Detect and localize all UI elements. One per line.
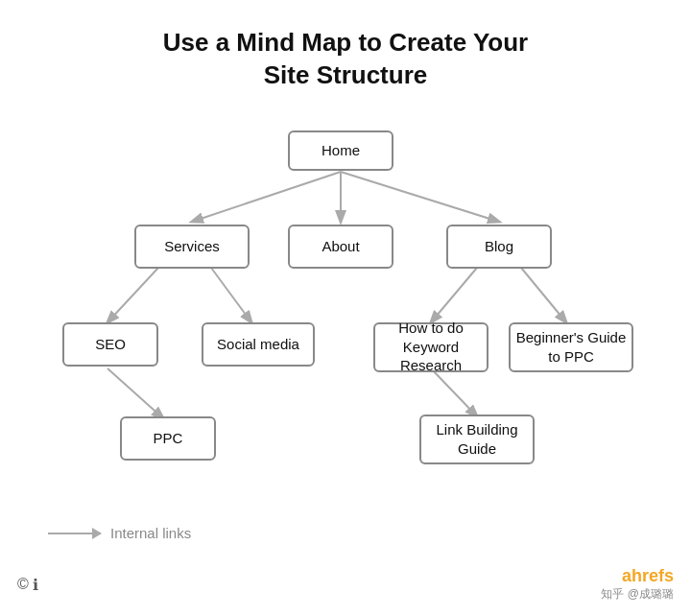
node-seo: SEO — [62, 322, 158, 367]
node-services: Services — [134, 225, 250, 269]
node-link-building: Link Building Guide — [419, 415, 535, 464]
mindmap: Home Services About Blog SEO Social medi… — [0, 111, 691, 553]
footer-icons: © ℹ — [17, 576, 38, 594]
zhihu-watermark: 知乎 @成璐璐 — [601, 586, 674, 603]
page-title: Use a Mind Map to Create YourSite Struct… — [0, 0, 691, 102]
node-blog: Blog — [446, 225, 552, 269]
svg-line-5 — [211, 268, 251, 322]
ahrefs-logo: ahrefs — [601, 566, 674, 586]
svg-line-1 — [192, 172, 341, 222]
node-keyword-research: How to do Keyword Research — [373, 322, 488, 372]
svg-line-8 — [521, 268, 566, 322]
node-ppc-guide: Beginner's Guide to PPC — [509, 322, 633, 372]
svg-line-9 — [431, 368, 477, 416]
svg-line-4 — [107, 268, 158, 322]
info-icon: ℹ — [33, 576, 38, 594]
legend-label: Internal links — [110, 525, 191, 541]
copyright-icon: © — [17, 576, 29, 593]
svg-line-7 — [431, 268, 477, 322]
page-container: Use a Mind Map to Create YourSite Struct… — [0, 0, 691, 616]
node-home: Home — [288, 130, 393, 171]
node-about: About — [288, 225, 393, 269]
legend: Internal links — [48, 525, 191, 541]
legend-arrow — [48, 533, 101, 534]
footer: © ℹ ahrefs 知乎 @成璐璐 — [0, 566, 691, 603]
footer-brand: ahrefs 知乎 @成璐璐 — [601, 566, 674, 603]
svg-line-3 — [341, 172, 499, 222]
node-ppc: PPC — [120, 416, 216, 461]
node-social-media: Social media — [202, 322, 315, 367]
svg-line-6 — [107, 368, 163, 418]
